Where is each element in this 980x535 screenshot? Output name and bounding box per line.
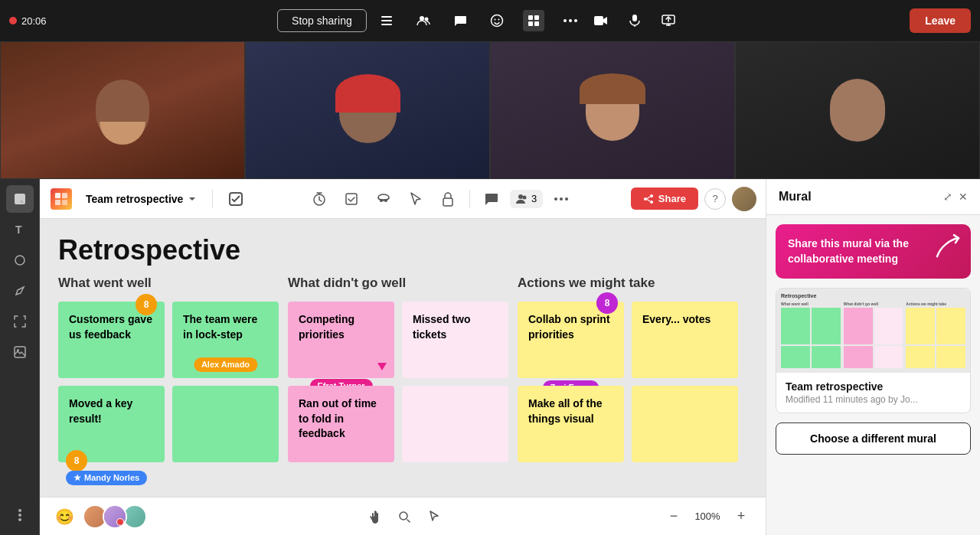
leave-button[interactable]: Leave [910,8,971,33]
toolbar-divider-1 [212,190,213,208]
svg-rect-0 [381,16,392,18]
people-count: 3 [531,193,537,204]
sticky-moved-key[interactable]: Moved a key result! 8 ★Mandy Norles [58,386,165,462]
sidebar-shape-icon[interactable] [6,246,34,274]
svg-rect-29 [55,200,60,205]
people-icon[interactable] [413,10,434,31]
video-cell-2 [245,41,490,179]
choose-mural-button[interactable]: Choose a different mural [776,422,971,455]
avatar-2 [103,504,127,529]
svg-rect-15 [594,16,603,25]
screen-share-icon[interactable] [658,10,679,31]
sticky-text: Customers gave us feedback [69,312,154,342]
mural-info: Team retrospective Modified 11 minutes a… [776,373,970,413]
svg-rect-8 [528,15,533,20]
svg-point-12 [564,19,567,22]
sticky-empty-1[interactable] [172,386,279,462]
col2-stickies: Competing priorities Efrat Turner Missed… [288,302,508,462]
main-area: T Team retrospective [0,179,980,535]
svg-rect-28 [62,193,67,198]
badge-8-moved: 8 [66,450,87,471]
chat-icon[interactable] [449,10,471,31]
zoom-in-button[interactable]: + [729,504,753,529]
pointer-tool[interactable] [421,504,446,529]
checkmark-icon[interactable] [222,185,250,213]
panel-header-icons: ⤢ ✕ [943,191,968,203]
sticky-visual[interactable]: Make all of the things visual [518,386,624,462]
people-badge[interactable]: 3 [510,190,543,208]
sticky-text: Every... votes [642,312,710,328]
share-banner: Share this mural via the collaborative m… [776,224,971,279]
svg-point-24 [18,509,21,512]
sidebar-text-icon[interactable]: T [6,216,34,243]
list-icon[interactable] [376,10,397,31]
chat-toolbar-icon[interactable] [478,185,505,213]
share-button[interactable]: Share [631,188,698,210]
task-toolbar-icon[interactable] [338,185,365,213]
magnify-tool[interactable] [392,504,416,529]
incognito-toolbar-icon[interactable] [370,185,397,213]
help-label: ? [712,193,717,204]
svg-rect-11 [534,21,539,26]
media-icons [590,10,679,31]
svg-point-45 [650,201,653,204]
more-toolbar-icon[interactable] [547,185,575,213]
svg-rect-2 [381,24,392,25]
sticky-customers[interactable]: Customers gave us feedback 8 [58,302,165,378]
column-went-well: What went well Customers gave us feedbac… [58,276,288,497]
stop-sharing-button[interactable]: Stop sharing [277,9,367,32]
timer-toolbar-icon[interactable] [305,185,333,213]
mic-icon[interactable] [624,10,645,31]
svg-point-14 [574,19,577,22]
sticky-team-lockstep[interactable]: The team were in lock-step Alex Amado [172,302,279,378]
sticky-competing[interactable]: Competing priorities Efrat Turner [288,302,394,378]
mural-logo [49,187,74,211]
center-toolbar-icons: 3 [256,185,625,213]
sidebar-image-icon[interactable] [6,338,34,366]
sidebar-more-icon[interactable] [6,501,34,529]
video-cell-1 [0,41,245,179]
svg-rect-9 [534,15,539,20]
canvas-title: Retrospective [58,234,747,266]
svg-point-6 [494,19,495,21]
svg-rect-10 [528,21,533,26]
recording-indicator: 20:06 [9,15,47,27]
sticky-everyone[interactable]: Every... votes [632,302,738,378]
lock-toolbar-icon[interactable] [434,185,462,213]
face-stack [83,504,147,529]
svg-point-36 [384,199,387,202]
svg-point-25 [18,514,21,517]
sticky-empty-2[interactable] [402,386,508,462]
expand-panel-icon[interactable]: ⤢ [943,191,952,203]
sticky-collab[interactable]: Collab on sprint priorities 8 Zuri Eman [518,302,624,378]
cursor-toolbar-icon[interactable] [402,185,430,213]
mural-app-icon[interactable] [523,10,544,31]
hand-tool[interactable] [363,504,387,529]
zoom-out-button[interactable]: − [662,504,686,529]
camera-icon[interactable] [590,10,612,31]
column-actions: Actions we might take Collab on sprint p… [518,276,747,497]
panel-header: Mural ⤢ ✕ [766,179,980,215]
svg-point-3 [420,16,424,21]
emoji-reaction-icon[interactable] [486,10,508,31]
col3-stickies: Collab on sprint priorities 8 Zuri Eman … [518,302,738,462]
board-title[interactable]: Team retrospective [80,190,203,208]
sticky-text: Collab on sprint priorities [528,312,613,342]
more-options-icon[interactable] [560,10,581,31]
sidebar-pen-icon[interactable] [6,277,34,305]
sticky-ran-out[interactable]: Ran out of time to fold in feedback [288,386,394,462]
mural-logo-icon [51,188,72,210]
svg-point-26 [18,518,21,521]
sidebar-frame-icon[interactable] [6,308,34,335]
help-icon[interactable]: ? [704,188,726,210]
toolbar-right: Share ? [631,187,756,211]
sticky-text: Moved a key result! [69,396,154,426]
zoom-controls: − 100% + [662,504,753,529]
right-panel: Mural ⤢ ✕ Share this mural via the colla… [766,179,980,535]
emoji-button[interactable]: 😊 [52,504,77,529]
sidebar-sticky-icon[interactable] [6,185,34,213]
sticky-empty-3[interactable] [632,386,738,462]
close-panel-icon[interactable]: ✕ [959,191,968,203]
sticky-missed[interactable]: Missed two tickets [402,302,508,378]
mural-meta: Modified 11 minutes ago by Jo... [786,394,961,405]
